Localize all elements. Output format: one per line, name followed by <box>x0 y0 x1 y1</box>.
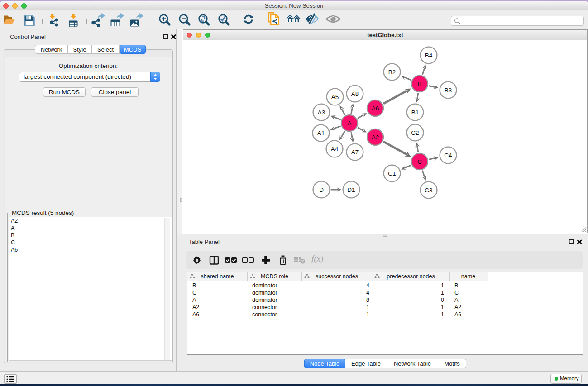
svg-text:A2: A2 <box>372 134 379 141</box>
svg-text:B2: B2 <box>388 69 396 76</box>
svg-text:A7: A7 <box>351 149 359 156</box>
svg-text:C: C <box>417 158 422 165</box>
svg-text:B4: B4 <box>425 52 433 59</box>
svg-text:C4: C4 <box>444 152 452 159</box>
svg-text:A6: A6 <box>372 105 379 112</box>
svg-text:B3: B3 <box>445 87 452 94</box>
svg-text:D1: D1 <box>347 186 355 193</box>
svg-text:C2: C2 <box>411 129 419 136</box>
svg-text:A3: A3 <box>318 109 325 116</box>
svg-text:D: D <box>319 186 324 193</box>
svg-text:B1: B1 <box>411 109 419 116</box>
svg-text:A5: A5 <box>331 94 339 100</box>
svg-text:C1: C1 <box>388 170 396 177</box>
svg-text:A1: A1 <box>317 130 325 137</box>
svg-text:A4: A4 <box>331 146 339 152</box>
svg-text:B: B <box>417 81 421 87</box>
svg-text:A8: A8 <box>351 91 359 97</box>
svg-text:A: A <box>347 120 351 127</box>
svg-text:C3: C3 <box>425 187 432 194</box>
